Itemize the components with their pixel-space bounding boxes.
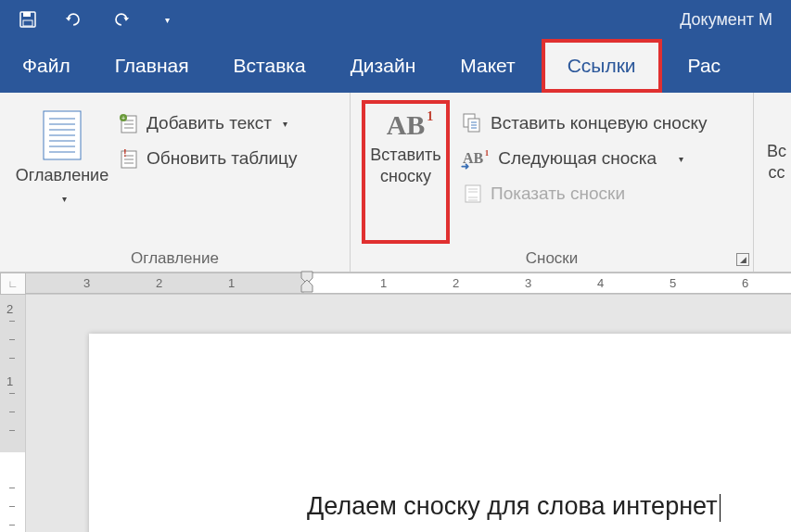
page[interactable]: Делаем сноску для слова интернет bbox=[89, 334, 791, 532]
document-title: Документ M bbox=[680, 10, 772, 30]
add-text-button[interactable]: + Добавить текст ▾ bbox=[113, 109, 302, 137]
svg-rect-27 bbox=[466, 185, 480, 202]
qat-customize-icon[interactable]: ▾ bbox=[158, 10, 176, 29]
tab-mailings[interactable]: Рас bbox=[666, 39, 744, 93]
dropdown-arrow-icon: ▾ bbox=[283, 119, 287, 129]
group-footnotes: AB1 Вставить сноску Вставить концевую сн… bbox=[351, 93, 754, 272]
tab-layout[interactable]: Макет bbox=[438, 39, 537, 93]
tab-file[interactable]: Файл bbox=[0, 39, 93, 93]
add-text-icon: + bbox=[119, 113, 139, 133]
update-table-button[interactable]: ! Обновить таблицу bbox=[113, 145, 302, 172]
insert-footnote-label-1: Вставить bbox=[370, 146, 440, 164]
group-footnotes-label: Сноски bbox=[362, 244, 742, 272]
insert-footnote-button[interactable]: AB1 Вставить сноску bbox=[362, 100, 450, 244]
document-text[interactable]: Делаем сноску для слова интернет bbox=[307, 492, 721, 522]
indent-marker-icon[interactable] bbox=[300, 271, 313, 293]
add-text-label: Добавить текст bbox=[147, 113, 272, 133]
vertical-ruler[interactable]: 2 1 bbox=[0, 295, 26, 532]
tab-insert[interactable]: Вставка bbox=[211, 39, 328, 93]
ribbon: Оглавление▾ + Добавить текст ▾ bbox=[0, 93, 791, 272]
tab-references[interactable]: Ссылки bbox=[542, 39, 662, 93]
show-notes-button[interactable]: Показать сноски bbox=[457, 180, 712, 208]
title-bar: ▾ Документ M bbox=[0, 0, 791, 39]
endnote-icon bbox=[463, 113, 483, 133]
next-footnote-label: Следующая сноска bbox=[498, 148, 657, 169]
toc-button[interactable]: Оглавление▾ bbox=[11, 100, 113, 244]
insert-endnote-label: Вставить концевую сноску bbox=[491, 113, 707, 133]
svg-rect-2 bbox=[23, 20, 32, 26]
next-footnote-button[interactable]: AB1 ➜ Следующая сноска ▾ bbox=[457, 145, 712, 172]
quick-access-toolbar: ▾ bbox=[19, 10, 176, 29]
group-toc-label: Оглавление bbox=[11, 244, 338, 272]
dropdown-arrow-icon: ▾ bbox=[62, 194, 67, 204]
tab-design[interactable]: Дизайн bbox=[328, 39, 439, 93]
svg-text:!: ! bbox=[123, 148, 127, 158]
toc-label: Оглавление bbox=[16, 166, 108, 184]
insert-citation-button[interactable]: Вс сс bbox=[765, 100, 786, 272]
ruler-corner: ∟ bbox=[0, 272, 26, 295]
footnotes-dialog-launcher[interactable]: ◢ bbox=[736, 253, 749, 266]
group-citations: Вс сс bbox=[754, 93, 791, 272]
ribbon-tabs: Файл Главная Вставка Дизайн Макет Ссылки… bbox=[0, 39, 791, 93]
horizontal-ruler[interactable]: 3 2 1 1 2 3 4 5 6 bbox=[26, 272, 791, 294]
page-canvas: Делаем сноску для слова интернет bbox=[26, 295, 791, 532]
update-table-label: Обновить таблицу bbox=[147, 148, 297, 169]
editor-area: 2 1 Делаем сноску для слова интернет bbox=[0, 295, 791, 532]
group-toc: Оглавление▾ + Добавить текст ▾ bbox=[0, 93, 351, 272]
text-cursor bbox=[720, 494, 721, 522]
toc-icon bbox=[40, 109, 84, 161]
svg-text:+: + bbox=[121, 115, 125, 121]
update-table-icon: ! bbox=[119, 148, 139, 169]
insert-footnote-label-2: сноску bbox=[380, 167, 431, 185]
footnote-ab-icon: AB1 bbox=[387, 109, 426, 141]
save-icon[interactable] bbox=[19, 10, 37, 29]
redo-icon[interactable] bbox=[111, 10, 130, 29]
show-notes-icon bbox=[463, 184, 483, 204]
dropdown-arrow-icon: ▾ bbox=[679, 154, 683, 164]
citations-label-2: сс bbox=[769, 163, 785, 182]
next-footnote-icon: AB1 ➜ bbox=[463, 150, 483, 167]
citations-label-1: Вс bbox=[767, 142, 786, 160]
insert-endnote-button[interactable]: Вставить концевую сноску bbox=[457, 109, 712, 137]
undo-icon[interactable] bbox=[65, 10, 83, 29]
show-notes-label: Показать сноски bbox=[491, 184, 625, 204]
svg-rect-1 bbox=[23, 12, 31, 17]
tab-home[interactable]: Главная bbox=[93, 39, 211, 93]
ruler-row: ∟ 3 2 1 1 2 3 4 5 6 bbox=[0, 272, 791, 295]
